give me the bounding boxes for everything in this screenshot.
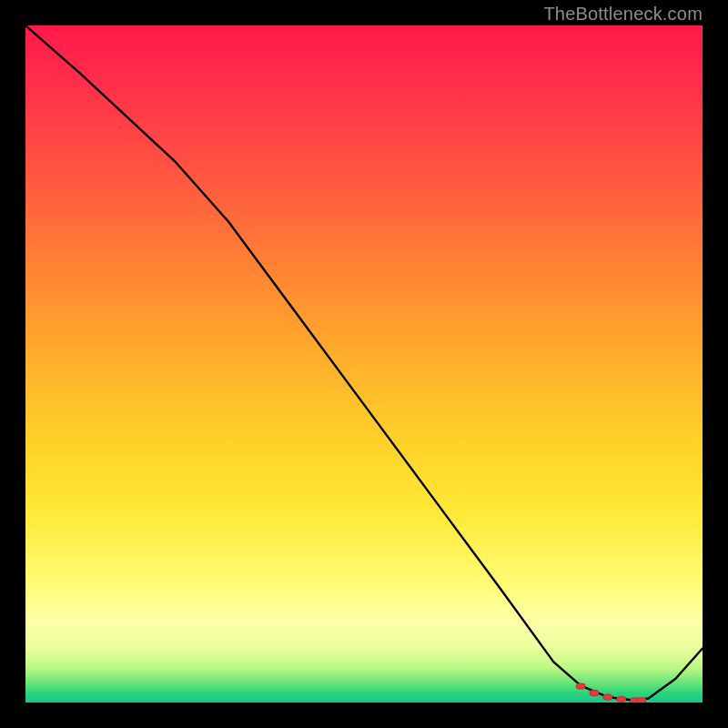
plot-area [25,25,703,703]
bottleneck-curve [25,25,703,701]
marker-point [631,698,640,703]
chart-frame: TheBottleneck.com [0,0,728,728]
marker-point [603,694,612,700]
chart-svg [25,25,703,703]
optimal-range-markers [576,683,646,703]
marker-point [617,696,626,702]
marker-point [590,691,599,696]
marker-point [637,698,646,703]
watermark-text: TheBottleneck.com [543,4,703,25]
marker-point [576,683,585,689]
